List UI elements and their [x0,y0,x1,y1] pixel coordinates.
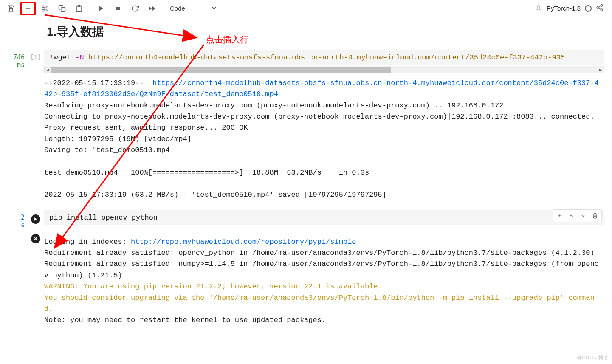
svg-marker-19 [34,217,37,221]
error-icon: ✕ [31,234,40,243]
heading: 1.导入数据 [47,24,612,40]
delete-cell-icon[interactable] [589,211,601,221]
scroll-right-icon[interactable]: ► [597,66,604,73]
cell-output: --2022-05-15 17:33:19-- https://cnnorth4… [44,73,604,203]
code-cell-2: 2s pip install opencv_python [0,210,612,229]
fast-forward-button[interactable] [144,2,160,15]
kernel-status-icon [585,5,592,12]
svg-point-3 [42,9,44,11]
svg-line-6 [44,7,45,8]
code-cell-1: 746ms [1] !wget -N https://cnnorth4-mode… [0,50,612,203]
cell-type-select[interactable]: Code [166,3,217,14]
svg-line-17 [598,8,601,9]
paste-button[interactable] [71,2,87,15]
save-button[interactable] [3,2,19,15]
exec-time: 746ms [0,50,27,203]
notebook-area: 1.导入数据 746ms [1] !wget -N https://cnnort… [0,24,612,340]
markdown-cell[interactable]: 1.导入数据 [47,24,612,40]
move-down-icon[interactable] [578,211,589,221]
copy-button[interactable] [54,2,70,15]
svg-rect-7 [61,7,65,11]
output-status: ✕ [27,232,44,328]
run-button[interactable] [93,2,109,15]
move-up-icon[interactable] [566,211,577,221]
execution-count: [1] [27,50,44,203]
notebook-toolbar: Code PyTorch-1.8 [0,0,612,17]
cell-output: Looking in indexes: http://repo.myhuawei… [44,232,604,328]
scrollbar-thumb[interactable] [51,67,391,73]
cut-button[interactable] [37,2,53,15]
svg-point-16 [601,9,603,11]
svg-rect-13 [537,6,540,11]
watermark: @51CTO博客 [577,354,609,361]
exec-time: 2s [0,210,27,229]
svg-point-15 [597,7,599,9]
annotation-label: 点击插入行 [206,34,248,45]
svg-rect-10 [116,7,120,10]
cell-toolbar [553,209,602,222]
scroll-left-icon[interactable]: ◄ [45,66,51,73]
add-cell-icon[interactable] [554,211,565,221]
svg-point-14 [601,5,603,7]
horizontal-scrollbar[interactable]: ◄ ► [44,66,604,73]
run-cell-button[interactable] [27,210,44,229]
svg-line-18 [598,6,601,7]
stop-button[interactable] [110,2,126,15]
bug-icon[interactable] [535,4,542,13]
share-icon[interactable] [596,4,604,13]
code-input[interactable]: pip install opencv_python [44,210,604,225]
kernel-name-label[interactable]: PyTorch-1.8 [547,5,581,12]
svg-marker-12 [149,6,152,11]
code-input[interactable]: !wget -N https://cnnorth4-modelhub-datas… [44,50,604,65]
insert-cell-button[interactable] [20,2,36,15]
svg-marker-11 [152,6,155,11]
svg-marker-9 [99,6,103,11]
svg-rect-8 [78,5,80,6]
svg-point-2 [42,6,44,8]
code-cell-2-output-row: ✕ Looking in indexes: http://repo.myhuaw… [0,232,612,328]
svg-line-5 [46,9,48,11]
restart-button[interactable] [127,2,143,15]
